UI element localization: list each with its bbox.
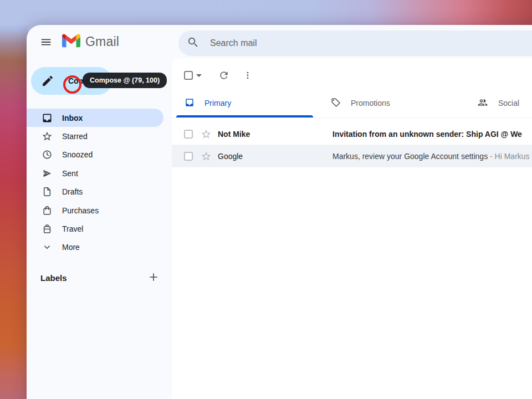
hamburger-icon — [40, 36, 52, 50]
sidebar-item-label: Drafts — [62, 187, 83, 196]
inbox-icon — [42, 112, 53, 124]
app-title: Gmail — [85, 34, 119, 49]
mail-toolbar — [172, 58, 532, 89]
sidebar-item-sent[interactable]: Sent — [27, 164, 172, 182]
sidebar-item-travel[interactable]: Travel — [27, 219, 172, 238]
sidebar: Compose Compose @ (79, 100) Inbox Starre… — [27, 58, 172, 399]
star-toggle-icon[interactable] — [201, 129, 212, 140]
more-options-button[interactable] — [240, 68, 255, 84]
more-vert-icon — [242, 70, 253, 83]
email-subject-line: Invitation from an unknown sender: Ship … — [332, 123, 532, 145]
sidebar-item-snoozed[interactable]: Snoozed — [27, 146, 172, 164]
star-icon — [42, 131, 53, 142]
email-subject: Invitation from an unknown sender: Ship … — [332, 130, 522, 139]
draft-icon — [42, 186, 53, 197]
chevron-down-icon — [42, 242, 53, 253]
red-click-ring — [63, 75, 81, 94]
action-tooltip: Compose @ (79, 100) — [83, 73, 167, 88]
sidebar-item-starred[interactable]: Starred — [27, 127, 172, 145]
email-subject-line: Markus, review your Google Account setti… — [332, 145, 532, 167]
search-icon — [187, 36, 200, 51]
select-all-checkbox[interactable] — [184, 71, 193, 80]
send-icon — [42, 168, 53, 179]
sidebar-item-label: Snoozed — [62, 150, 93, 159]
tab-label: Promotions — [351, 99, 390, 108]
search-input[interactable]: Search mail — [210, 38, 257, 48]
sidebar-item-label: More — [62, 243, 80, 252]
sidebar-nav: Inbox Starred Snoozed Sent — [27, 109, 172, 257]
tab-social[interactable]: Social — [464, 89, 532, 117]
active-tab-underline — [176, 115, 313, 117]
email-checkbox[interactable] — [184, 152, 193, 161]
desktop-background-left — [0, 0, 28, 399]
plus-icon — [148, 272, 159, 284]
email-checkbox[interactable] — [184, 130, 193, 139]
tag-icon — [331, 98, 341, 109]
email-row-1[interactable]: Not Mike Invitation from an unknown send… — [172, 123, 532, 145]
tab-label: Social — [498, 99, 519, 108]
mail-pane: Primary Promotions Social Not — [172, 58, 532, 399]
sidebar-item-label: Inbox — [62, 114, 83, 122]
sidebar-item-drafts[interactable]: Drafts — [27, 183, 172, 201]
add-label-button[interactable] — [147, 271, 160, 284]
labels-title: Labels — [40, 273, 67, 283]
inbox-tab-icon — [185, 98, 195, 109]
sidebar-item-label: Travel — [62, 224, 83, 233]
labels-section: Labels — [27, 268, 172, 287]
tab-promotions[interactable]: Promotions — [318, 89, 464, 117]
luggage-icon — [42, 223, 53, 234]
star-toggle-icon[interactable] — [201, 151, 212, 162]
main-menu-button[interactable] — [35, 32, 57, 54]
people-icon — [477, 97, 488, 110]
gmail-header: Gmail Search mail — [27, 25, 532, 58]
sidebar-item-more[interactable]: More — [27, 238, 172, 257]
sidebar-item-label: Purchases — [62, 206, 99, 215]
inbox-tabs: Primary Promotions Social — [172, 89, 532, 118]
email-snippet: - Hi Markus — [488, 152, 529, 161]
search-bar[interactable]: Search mail — [178, 30, 532, 56]
refresh-icon — [218, 70, 229, 83]
sidebar-item-purchases[interactable]: Purchases — [27, 201, 172, 219]
tabs-spacer — [172, 118, 532, 123]
gmail-logo: Gmail — [62, 32, 119, 51]
dropdown-caret-icon[interactable] — [196, 74, 202, 77]
shopping-bag-icon — [42, 205, 53, 216]
pencil-icon — [41, 74, 54, 88]
sidebar-item-label: Starred — [62, 132, 88, 141]
email-row-2[interactable]: Google Markus, review your Google Accoun… — [172, 145, 532, 167]
email-sender: Not Mike — [218, 123, 326, 145]
refresh-button[interactable] — [216, 68, 232, 84]
tab-label: Primary — [204, 99, 231, 108]
sidebar-item-inbox[interactable]: Inbox — [27, 109, 163, 127]
email-subject: Markus, review your Google Account setti… — [332, 152, 488, 161]
gmail-window: Gmail Search mail Compose Compose @ (79,… — [27, 25, 532, 399]
email-sender: Google — [218, 145, 326, 167]
clock-icon — [42, 149, 53, 160]
sidebar-item-label: Sent — [62, 169, 78, 178]
gmail-m-icon — [62, 33, 80, 50]
tab-primary[interactable]: Primary — [172, 89, 318, 117]
desktop-background-top — [0, 0, 532, 25]
